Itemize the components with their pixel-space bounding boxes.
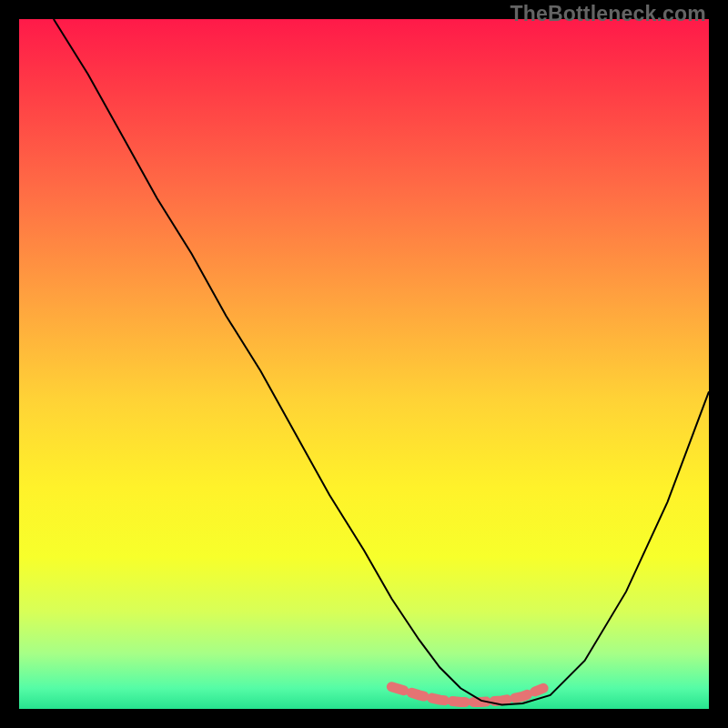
chart-gradient-bg [19,19,709,709]
watermark-text: TheBottleneck.com [510,2,706,26]
chart-canvas [19,19,709,709]
chart-frame [19,19,709,709]
